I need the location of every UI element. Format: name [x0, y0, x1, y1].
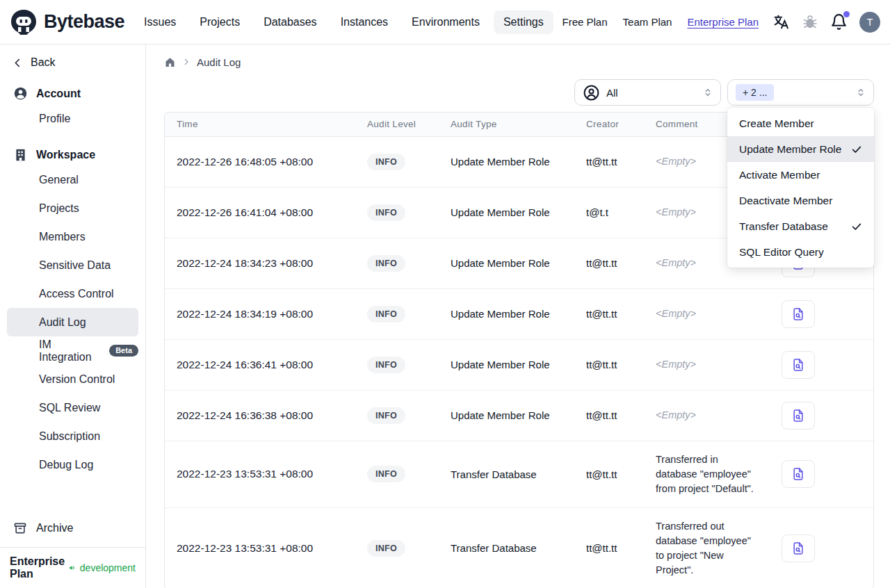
plan-link[interactable]: Team Plan [623, 16, 672, 28]
bytebase-logo[interactable]: Bytebase [10, 8, 124, 36]
audit-level-badge: INFO [367, 466, 405, 482]
plan-footer: Enterprise Plan development [0, 547, 145, 588]
menu-item[interactable]: Create Member [727, 111, 874, 136]
cell-actions [769, 507, 873, 588]
sidebar-item[interactable]: Members [7, 222, 138, 251]
account-section-label: Account [36, 88, 81, 100]
beta-badge: Beta [109, 345, 138, 357]
filter-bar: All + 2 ... Create Member [164, 79, 874, 106]
translate-icon[interactable] [772, 13, 790, 31]
menu-item[interactable]: Transfer Database [727, 213, 874, 239]
cell-audit-level: INFO [355, 507, 439, 588]
cell-audit-level: INFO [355, 187, 439, 238]
sidebar-item[interactable]: SQL Review [7, 393, 138, 422]
home-icon[interactable] [164, 56, 176, 68]
audit-level-badge: INFO [367, 204, 405, 221]
person-circle-icon [583, 84, 600, 101]
menu-item[interactable]: SQL Editor Query [727, 239, 874, 265]
nav-item[interactable]: Projects [190, 10, 250, 34]
announcement-speaker-icon[interactable] [69, 562, 76, 574]
back-button[interactable]: Back [0, 54, 145, 72]
menu-item[interactable]: Deactivate Member [727, 188, 874, 213]
cell-audit-type: Update Member Role [439, 288, 574, 339]
view-audit-detail-button[interactable] [782, 351, 815, 379]
cell-actions [769, 441, 873, 507]
archive-icon [13, 521, 27, 535]
workspace-section-label: Workspace [36, 149, 95, 161]
sidebar-item[interactable]: Subscription [7, 422, 138, 450]
archive-button[interactable]: Archive [0, 514, 145, 543]
audit-type-dropdown-menu: Create Member Update Member Role Activat… [727, 108, 874, 268]
cell-audit-type: Update Member Role [439, 339, 574, 390]
col-header-audit-type: Audit Type [439, 113, 574, 136]
table-row: 2022-12-24 16:36:41 +08:00 INFO Update M… [165, 339, 873, 390]
current-plan-label: Enterprise Plan [10, 555, 65, 580]
nav-item[interactable]: Settings [494, 10, 553, 34]
sidebar-item-label: Projects [39, 202, 79, 215]
cell-audit-level: INFO [355, 136, 439, 187]
cell-audit-level: INFO [355, 441, 439, 507]
notification-dot [843, 11, 850, 17]
cell-creator: tt@tt.tt [574, 507, 644, 588]
cell-time: 2022-12-24 16:36:41 +08:00 [165, 339, 355, 390]
col-header-time: Time [165, 113, 355, 136]
cell-audit-type: Transfer Database [439, 441, 574, 507]
notifications-bell-icon[interactable] [830, 13, 848, 31]
audit-level-badge: INFO [367, 154, 405, 170]
menu-item-label: Update Member Role [739, 143, 841, 156]
sidebar-item-label: SQL Review [39, 402, 100, 414]
cell-audit-type: Update Member Role [439, 136, 574, 187]
cell-comment: Transferred out database "employee" to p… [644, 507, 769, 588]
plan-link[interactable]: Free Plan [563, 16, 608, 28]
view-audit-detail-button[interactable] [782, 300, 815, 328]
cell-creator: tt@tt.tt [574, 441, 644, 507]
sidebar-item[interactable]: Access Control [7, 279, 138, 308]
cell-audit-level: INFO [355, 390, 439, 441]
audit-level-badge: INFO [367, 407, 405, 424]
sidebar-item-label: Sensitive Data [39, 259, 111, 272]
sidebar-item[interactable]: Profile [7, 104, 138, 133]
view-audit-detail-button[interactable] [782, 460, 815, 488]
user-avatar[interactable]: T [859, 12, 880, 33]
nav-item[interactable]: Environments [402, 10, 490, 34]
nav-item[interactable]: Databases [254, 10, 327, 34]
cell-audit-type: Update Member Role [439, 187, 574, 238]
breadcrumb: Audit Log [164, 52, 874, 72]
sidebar-item-label: Version Control [39, 373, 115, 386]
cell-comment: <Empty> [644, 390, 769, 441]
sidebar-item[interactable]: Version Control [7, 365, 138, 393]
bug-report-icon[interactable] [802, 14, 818, 31]
sidebar-item[interactable]: Projects [7, 194, 138, 222]
sidebar-item[interactable]: IM Integration Beta [7, 336, 138, 365]
archive-label: Archive [36, 522, 73, 534]
file-search-icon [791, 467, 805, 481]
cell-audit-type: Transfer Database [439, 507, 574, 588]
menu-item[interactable]: Update Member Role [727, 136, 874, 162]
plan-link[interactable]: Enterprise Plan [687, 16, 759, 28]
menu-item-label: Activate Member [739, 169, 820, 181]
checkmark-icon [851, 144, 862, 155]
file-search-icon [791, 358, 805, 372]
cell-audit-level: INFO [355, 339, 439, 390]
menu-item[interactable]: Activate Member [727, 162, 874, 188]
nav-item[interactable]: Instances [331, 10, 398, 34]
cell-creator: tt@tt.tt [574, 339, 644, 390]
view-audit-detail-button[interactable] [782, 534, 815, 562]
view-audit-detail-button[interactable] [782, 402, 815, 430]
creator-filter-select[interactable]: All [574, 79, 721, 106]
account-items: Profile [0, 104, 145, 133]
main-nav: Issues Projects Databases Instances Envi… [134, 10, 553, 34]
sidebar-item[interactable]: Audit Log [7, 308, 138, 336]
cell-creator: tt@tt.tt [574, 238, 644, 288]
environment-label: development [80, 562, 136, 573]
sidebar-item[interactable]: Debug Log [7, 450, 138, 479]
nav-item[interactable]: Issues [134, 10, 186, 34]
cell-actions [769, 339, 873, 390]
cell-comment: Transferred in database "employee" from … [644, 441, 769, 507]
sidebar-item[interactable]: General [7, 165, 138, 194]
audit-type-filter-select[interactable]: + 2 ... [727, 79, 874, 106]
sidebar-item-label: Profile [39, 113, 70, 125]
cell-time: 2022-12-23 13:53:31 +08:00 [165, 507, 355, 588]
sidebar-item[interactable]: Sensitive Data [7, 251, 138, 279]
cell-creator: tt@tt.tt [574, 288, 644, 339]
